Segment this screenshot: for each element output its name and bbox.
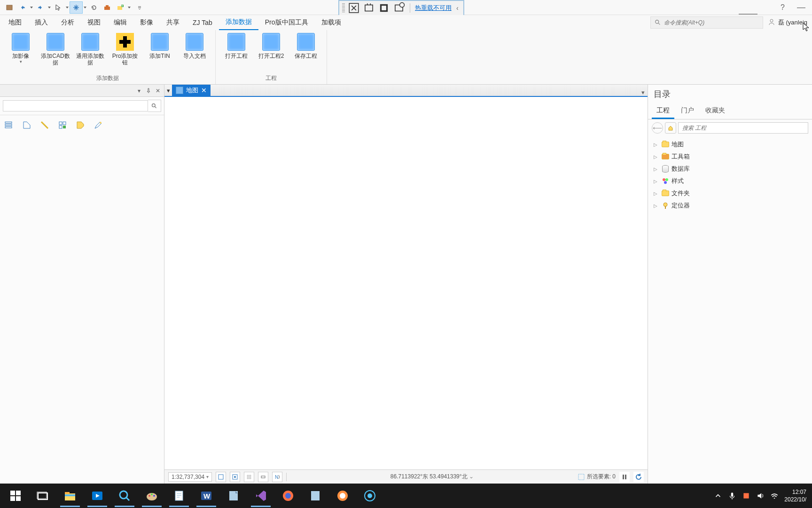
tray-mic-icon[interactable]	[728, 492, 736, 500]
panel-pin-button[interactable]	[144, 87, 153, 95]
catalog-tab-portal[interactable]: 门户	[676, 103, 699, 119]
tab-addins[interactable]: 加载项	[315, 16, 348, 30]
list-by-selection-button[interactable]	[38, 118, 52, 132]
list-by-source-button[interactable]	[20, 118, 34, 132]
tab-share[interactable]: 共享	[160, 16, 186, 30]
nav-home-button[interactable]	[665, 122, 676, 134]
taskbar-notes[interactable]	[220, 484, 247, 507]
expand-icon[interactable]: ▷	[654, 191, 659, 196]
pause-button[interactable]	[619, 472, 630, 482]
select-dropdown[interactable]	[65, 6, 70, 9]
taskbar-notepad[interactable]	[165, 484, 193, 507]
reset-button[interactable]	[87, 1, 101, 14]
explore-button[interactable]	[70, 1, 83, 14]
panel-menu-button[interactable]: ▾	[135, 87, 143, 95]
catalog-tab-favorites[interactable]: 收藏夹	[701, 103, 730, 119]
sb-btn-3[interactable]	[244, 472, 254, 482]
taskbar-media[interactable]	[84, 484, 111, 507]
view-tabs-menu[interactable]: ▾	[164, 85, 172, 96]
expand-icon[interactable]: ▷	[654, 142, 659, 147]
scale-selector[interactable]: 1:32,737,304 ▾	[168, 472, 212, 482]
taskbar-paint[interactable]	[138, 484, 165, 507]
tab-china-tools[interactable]: Pro版中国工具	[258, 16, 315, 30]
map-canvas[interactable]	[164, 97, 648, 469]
debug-btn-3[interactable]	[378, 2, 390, 14]
tray-expand-icon[interactable]	[714, 492, 722, 500]
hot-reload-link[interactable]: 热重载不可用	[415, 4, 452, 12]
catalog-search-input[interactable]	[678, 122, 808, 134]
tray-volume-icon[interactable]	[756, 492, 765, 500]
debug-btn-2[interactable]	[363, 2, 375, 14]
tree-item-locators[interactable]: ▷定位器	[648, 199, 812, 212]
taskbar-word[interactable]: W	[193, 484, 220, 507]
user-account[interactable]: 磊 (yanleig	[763, 18, 812, 27]
sb-btn-5[interactable]: N	[272, 472, 282, 482]
taskbar-visualstudio[interactable]	[247, 484, 274, 507]
taskbar-firefox[interactable]	[274, 484, 302, 507]
debug-btn-1[interactable]	[348, 2, 360, 14]
add-folder-button[interactable]	[114, 1, 127, 14]
list-by-editing-button[interactable]	[55, 118, 70, 132]
tab-insert[interactable]: 插入	[28, 16, 55, 30]
clock[interactable]: 12:07 2022/10/	[784, 488, 806, 503]
panel-close-button[interactable]: ✕	[154, 87, 162, 95]
redo-dropdown[interactable]	[47, 6, 52, 9]
minimize-ribbon-button[interactable]: —	[793, 2, 809, 12]
expand-icon[interactable]: ▷	[654, 203, 659, 208]
command-search[interactable]	[650, 16, 763, 29]
open-project2-button[interactable]: 打开工程2	[254, 32, 288, 73]
add-tin-button[interactable]: 添加TIN	[143, 32, 177, 73]
command-search-input[interactable]	[664, 19, 759, 26]
tree-item-toolbox[interactable]: ▷工具箱	[648, 151, 812, 163]
tab-imagery[interactable]: 影像	[133, 16, 160, 30]
tree-item-styles[interactable]: ▷样式	[648, 175, 812, 187]
coordinates-display[interactable]: 86.7113922°东 53.4941339°北 ⌄	[290, 473, 574, 481]
debug-collapse-icon[interactable]: ‹	[454, 4, 461, 12]
expand-icon[interactable]: ▷	[654, 154, 659, 159]
help-button[interactable]: ?	[777, 3, 789, 12]
tab-map[interactable]: 地图	[2, 16, 28, 30]
open-project-button[interactable]: 打开工程	[219, 32, 253, 73]
expand-icon[interactable]: ▷	[654, 179, 659, 184]
contents-search-button[interactable]	[148, 100, 161, 112]
import-doc-button[interactable]: 导入文档	[178, 32, 211, 73]
expand-icon[interactable]: ▷	[654, 167, 659, 172]
taskbar-app-1[interactable]	[302, 484, 329, 507]
tab-edit[interactable]: 编辑	[107, 16, 133, 30]
undo-dropdown[interactable]	[29, 6, 34, 9]
taskbar-explorer[interactable]	[56, 484, 84, 507]
save-project-button[interactable]: 保存工程	[289, 32, 323, 73]
sb-btn-4[interactable]	[258, 472, 268, 482]
add-folder-dropdown[interactable]	[127, 6, 132, 9]
debug-btn-4[interactable]	[393, 2, 405, 14]
taskbar-magnifier[interactable]	[111, 484, 138, 507]
toolbox-button[interactable]	[101, 1, 114, 14]
taskbar-app-2[interactable]	[329, 484, 356, 507]
list-by-labeling-button[interactable]	[73, 118, 87, 132]
taskbar-app-3[interactable]	[356, 484, 383, 507]
task-view-button[interactable]	[29, 484, 56, 507]
tray-wifi-icon[interactable]	[770, 492, 779, 500]
add-imagery-button[interactable]: 加影像▾	[4, 32, 38, 73]
tab-analysis[interactable]: 分析	[55, 16, 81, 30]
qat-customize[interactable]	[137, 5, 142, 10]
tab-add-data[interactable]: 添加数据	[219, 15, 258, 30]
pro-add-button[interactable]: Pro添加按钮	[108, 32, 142, 73]
view-tabs-overflow[interactable]: ▾	[639, 89, 648, 96]
undo-button[interactable]	[16, 1, 29, 14]
tab-zj[interactable]: ZJ Tab	[186, 16, 219, 29]
add-cad-button[interactable]: 添加CAD数据	[39, 32, 72, 73]
tray-security-icon[interactable]	[742, 492, 750, 500]
start-button[interactable]	[2, 484, 29, 507]
tree-item-folders[interactable]: ▷文件夹	[648, 187, 812, 199]
list-by-snapping-button[interactable]	[91, 118, 105, 132]
nav-back-button[interactable]: ⟵	[652, 122, 663, 134]
redo-button[interactable]	[34, 1, 47, 14]
contents-tree-root[interactable]	[0, 135, 164, 143]
select-arrow-button[interactable]	[52, 1, 65, 14]
tab-close-button[interactable]: ✕	[201, 87, 207, 94]
explore-dropdown[interactable]	[83, 6, 87, 9]
project-button[interactable]	[3, 1, 16, 14]
refresh-button[interactable]	[633, 472, 644, 482]
grip-icon[interactable]	[342, 3, 345, 13]
